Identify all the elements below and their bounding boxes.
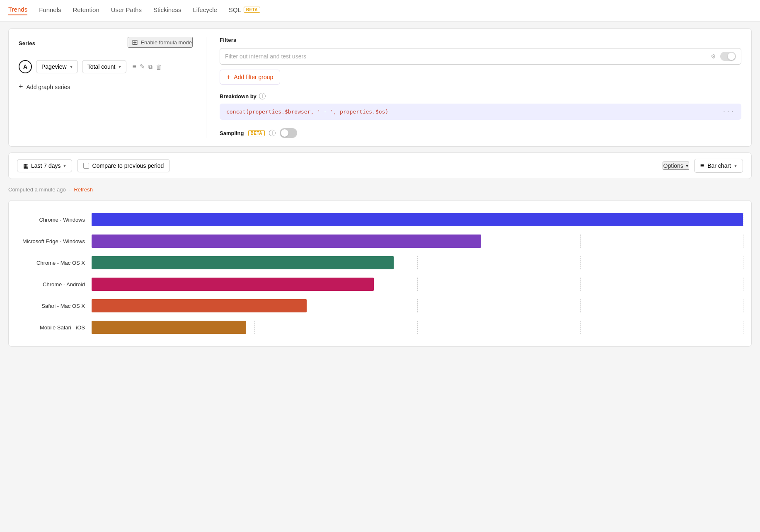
top-nav: Trends Funnels Retention User Paths Stic… xyxy=(0,0,760,22)
breakdown-more-icon[interactable]: ··· xyxy=(723,109,735,115)
bar-label: Chrome - Android xyxy=(9,281,92,288)
formula-icon: ⊞ xyxy=(132,38,138,47)
bar-label: Mobile Safari - iOS xyxy=(9,324,92,331)
nav-item-stickiness[interactable]: Stickiness xyxy=(153,6,182,15)
add-filter-group-button[interactable]: + Add filter group xyxy=(220,70,280,85)
computed-status: Computed a minute ago · Refresh xyxy=(8,185,752,194)
toggle-thumb xyxy=(728,53,735,60)
plus-icon: + xyxy=(19,82,23,91)
nav-item-lifecycle[interactable]: Lifecycle xyxy=(193,6,217,15)
filters-section: Filters Filter out internal and test use… xyxy=(206,37,741,138)
breakdown-label: Breakdown by i xyxy=(220,93,741,99)
bar-chart: Chrome - WindowsMicrosoft Edge - Windows… xyxy=(9,209,743,338)
sampling-info-icon[interactable]: i xyxy=(269,130,276,136)
bar-fill xyxy=(92,278,374,291)
formula-mode-button[interactable]: ⊞ Enable formula mode xyxy=(128,37,193,48)
series-badge: A xyxy=(19,60,32,73)
bar-row: Chrome - Android xyxy=(9,273,743,295)
filter-input-row[interactable]: Filter out internal and test users ⚙ xyxy=(220,48,741,65)
filter-icon[interactable]: ≡ xyxy=(132,63,136,70)
add-filter-plus-icon: + xyxy=(227,73,230,81)
bar-row: Chrome - Mac OS X xyxy=(9,252,743,273)
series-row: A Pageview ▾ Total count ▾ ≡ ✎ ⧉ 🗑 xyxy=(19,60,193,73)
nav-item-user-paths[interactable]: User Paths xyxy=(111,6,142,15)
metric-dropdown[interactable]: Total count ▾ xyxy=(82,60,127,73)
event-chevron-icon: ▾ xyxy=(70,64,73,70)
nav-item-sql[interactable]: SQL BETA xyxy=(229,6,261,15)
bar-track xyxy=(92,213,743,226)
delete-icon[interactable]: 🗑 xyxy=(156,63,162,70)
bar-row: Microsoft Edge - Windows xyxy=(9,230,743,252)
config-panel: Series ⊞ Enable formula mode A Pageview … xyxy=(8,28,752,147)
compare-button[interactable]: Compare to previous period xyxy=(77,159,170,172)
nav-item-trends[interactable]: Trends xyxy=(8,6,27,15)
bar-row: Safari - Mac OS X xyxy=(9,295,743,317)
series-label: Series xyxy=(19,40,35,46)
options-chevron-icon: ▾ xyxy=(686,163,688,169)
sampling-label: Sampling xyxy=(220,130,244,136)
bar-label: Chrome - Mac OS X xyxy=(9,260,92,266)
gear-icon: ⚙ xyxy=(711,53,716,60)
breakdown-formula[interactable]: concat(properties.$browser, ' - ', prope… xyxy=(220,104,741,120)
sampling-section: Sampling BETA i xyxy=(220,128,741,138)
filter-toggle[interactable] xyxy=(720,52,736,61)
filter-placeholder: Filter out internal and test users xyxy=(225,53,707,60)
sampling-toggle-thumb xyxy=(281,129,288,137)
bar-track xyxy=(92,256,743,269)
filters-label: Filters xyxy=(220,37,741,43)
sampling-beta-badge: BETA xyxy=(248,130,265,136)
sql-beta-badge: BETA xyxy=(244,7,260,13)
sampling-toggle[interactable] xyxy=(280,128,297,138)
series-actions: ≡ ✎ ⧉ 🗑 xyxy=(132,63,162,70)
bar-row: Chrome - Windows xyxy=(9,209,743,230)
chart-type-chevron-icon: ▾ xyxy=(734,163,737,169)
bar-label: Microsoft Edge - Windows xyxy=(9,238,92,244)
bar-fill xyxy=(92,256,394,269)
breakdown-section: Breakdown by i concat(properties.$browse… xyxy=(220,93,741,120)
main-content: Series ⊞ Enable formula mode A Pageview … xyxy=(0,22,760,353)
chart-controls: ▦ Last 7 days ▾ Compare to previous peri… xyxy=(8,152,752,179)
nav-item-funnels[interactable]: Funnels xyxy=(39,6,61,15)
date-range-chevron-icon: ▾ xyxy=(63,163,66,169)
bar-fill xyxy=(92,299,307,312)
nav-item-retention[interactable]: Retention xyxy=(73,6,99,15)
bar-fill xyxy=(92,213,743,226)
compare-checkbox[interactable] xyxy=(83,163,89,169)
bar-label: Safari - Mac OS X xyxy=(9,303,92,309)
bar-track xyxy=(92,299,743,312)
options-button[interactable]: Options ▾ xyxy=(663,162,689,170)
bar-track xyxy=(92,278,743,291)
bar-chart-icon: ≡ xyxy=(700,162,704,169)
copy-icon[interactable]: ⧉ xyxy=(148,63,152,70)
bar-track xyxy=(92,321,743,334)
event-dropdown[interactable]: Pageview ▾ xyxy=(36,60,78,73)
chart-container: Chrome - WindowsMicrosoft Edge - Windows… xyxy=(8,200,752,347)
add-series-button[interactable]: + Add graph series xyxy=(19,81,193,93)
calendar-icon: ▦ xyxy=(23,162,29,169)
chart-type-button[interactable]: ≡ Bar chart ▾ xyxy=(694,159,743,173)
date-range-button[interactable]: ▦ Last 7 days ▾ xyxy=(17,159,72,172)
bar-fill xyxy=(92,235,481,248)
bar-track xyxy=(92,235,743,248)
metric-chevron-icon: ▾ xyxy=(119,64,121,70)
bar-row: Mobile Safari - iOS xyxy=(9,317,743,338)
breakdown-info-icon[interactable]: i xyxy=(259,93,266,99)
refresh-button[interactable]: Refresh xyxy=(74,186,93,193)
series-section: Series ⊞ Enable formula mode A Pageview … xyxy=(19,37,193,138)
bar-label: Chrome - Windows xyxy=(9,217,92,223)
chart-controls-right: Options ▾ ≡ Bar chart ▾ xyxy=(663,159,743,173)
edit-icon[interactable]: ✎ xyxy=(140,63,145,70)
config-top: Series ⊞ Enable formula mode A Pageview … xyxy=(19,37,741,138)
bar-fill xyxy=(92,321,246,334)
